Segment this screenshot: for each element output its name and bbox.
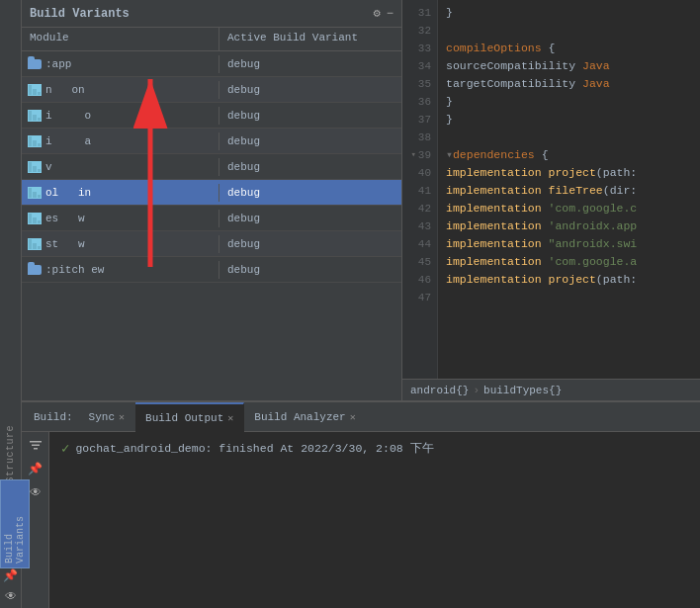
row-variant[interactable]: debug xyxy=(219,185,401,201)
col-variant: Active Build Variant xyxy=(219,28,401,50)
table-row[interactable]: st w debug xyxy=(22,231,401,257)
tab-sync[interactable]: Sync ✕ xyxy=(79,402,135,432)
row-variant[interactable]: debug xyxy=(219,159,401,175)
row-module: n on xyxy=(22,81,219,99)
sync-close[interactable]: ✕ xyxy=(119,411,125,423)
gear-icon[interactable]: ⚙ xyxy=(374,6,381,21)
svg-rect-2 xyxy=(30,441,42,443)
eye-icon[interactable]: 👁 xyxy=(5,589,17,604)
row-module: es w xyxy=(22,210,219,227)
table-row[interactable]: es w debug xyxy=(22,206,401,231)
table-row[interactable]: v debug xyxy=(22,154,401,180)
row-variant[interactable]: debug xyxy=(219,262,401,278)
table-row[interactable]: n on debug xyxy=(22,77,401,103)
code-editor: 31 32 33 34 35 36 37 38 ▾39 40 41 42 43 … xyxy=(402,0,700,400)
build-variants-title: Build Variants xyxy=(30,7,130,21)
table-row[interactable]: i o debug xyxy=(22,103,401,129)
pin-icon[interactable]: 📌 xyxy=(3,568,18,583)
row-module: st w xyxy=(22,235,219,253)
build-variants-header: Build Variants ⚙ − xyxy=(22,0,401,28)
build-output-tab-label: Build Output xyxy=(145,412,223,424)
structure-label[interactable]: Structure xyxy=(2,421,19,487)
svg-rect-4 xyxy=(34,448,38,450)
table-row[interactable]: :app debug xyxy=(22,51,401,77)
minimize-icon[interactable]: − xyxy=(387,7,394,21)
row-module: :app xyxy=(22,55,219,73)
tab-build-analyzer[interactable]: Build Analyzer ✕ xyxy=(244,402,366,432)
row-variant[interactable]: debug xyxy=(219,133,401,149)
bottom-content: 📌 👁 ✓ gochat_android_demo: finished At 2… xyxy=(22,432,700,608)
pin-icon[interactable]: 📌 xyxy=(27,460,44,478)
row-module: v xyxy=(22,158,219,176)
col-module: Module xyxy=(22,28,219,50)
build-message: gochat_android_demo: finished At 2022/3/… xyxy=(75,441,433,456)
table-row[interactable]: :pitch ew debug xyxy=(22,257,401,283)
row-variant[interactable]: debug xyxy=(219,236,401,252)
breadcrumb-part2: buildTypes{} xyxy=(483,385,562,396)
row-variant[interactable]: debug xyxy=(219,108,401,124)
breadcrumb-separator: › xyxy=(473,385,480,396)
table-header: Module Active Build Variant xyxy=(22,28,401,51)
bottom-tabs: Build: Sync ✕ Build Output ✕ Build Analy… xyxy=(22,402,700,432)
build-variants-tab[interactable]: Build Variants xyxy=(0,479,30,568)
build-variants-table: :app debug n on xyxy=(22,51,401,400)
success-icon: ✓ xyxy=(61,440,69,457)
row-module: :pitch ew xyxy=(22,261,219,279)
svg-rect-3 xyxy=(32,445,40,447)
table-row[interactable]: i a debug xyxy=(22,129,401,154)
build-analyzer-close[interactable]: ✕ xyxy=(350,411,356,423)
filter-icon[interactable] xyxy=(27,436,44,454)
sync-tab-label: Sync xyxy=(89,411,115,423)
table-row[interactable]: ol in debug xyxy=(22,180,401,206)
row-module: i o xyxy=(22,107,219,125)
breadcrumb-part1: android{} xyxy=(410,385,469,396)
row-variant[interactable]: debug xyxy=(219,211,401,226)
build-analyzer-tab-label: Build Analyzer xyxy=(254,411,345,423)
bottom-panel: Build: Sync ✕ Build Output ✕ Build Analy… xyxy=(22,400,700,608)
row-module: i a xyxy=(22,132,219,150)
tab-build-output[interactable]: Build Output ✕ xyxy=(135,402,244,432)
build-output-content: ✓ gochat_android_demo: finished At 2022/… xyxy=(49,432,700,608)
build-output-close[interactable]: ✕ xyxy=(227,412,233,424)
build-label: Build: xyxy=(30,411,77,423)
code-content[interactable]: } compileOptions { sourceCompatibility J… xyxy=(438,0,700,379)
build-success-message: ✓ gochat_android_demo: finished At 2022/… xyxy=(61,440,688,457)
left-sidebar: Structure Favorites 📌 👁 Build Variants xyxy=(0,0,22,608)
build-variants-panel: Build Variants ⚙ − Module Active Build V… xyxy=(22,0,402,400)
row-variant[interactable]: debug xyxy=(219,56,401,72)
row-variant[interactable]: debug xyxy=(219,82,401,98)
line-numbers: 31 32 33 34 35 36 37 38 ▾39 40 41 42 43 … xyxy=(402,0,438,379)
row-module: ol in xyxy=(22,184,219,202)
breadcrumb: android{} › buildTypes{} xyxy=(402,379,700,400)
